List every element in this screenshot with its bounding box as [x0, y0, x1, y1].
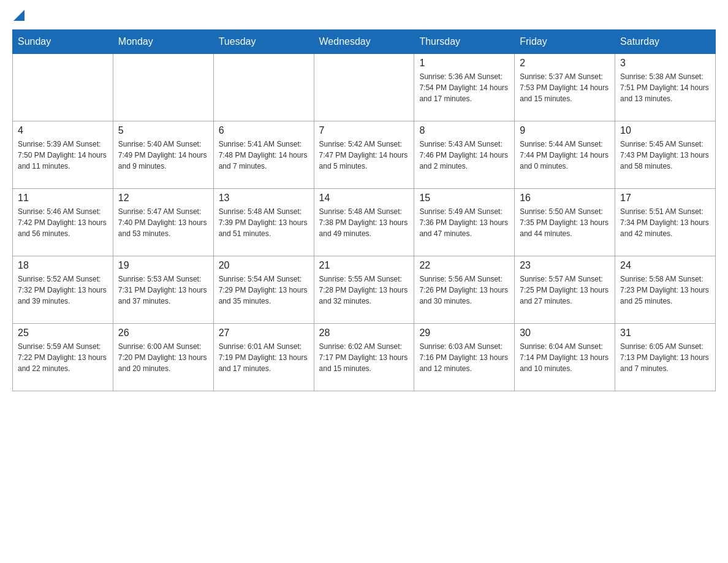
calendar-cell: 24Sunrise: 5:58 AM Sunset: 7:23 PM Dayli… [615, 256, 716, 324]
day-info: Sunrise: 5:50 AM Sunset: 7:35 PM Dayligh… [520, 206, 610, 239]
day-number: 5 [118, 125, 208, 136]
day-number: 6 [219, 125, 309, 136]
day-header-friday: Friday [515, 30, 615, 54]
day-info: Sunrise: 5:48 AM Sunset: 7:39 PM Dayligh… [219, 206, 309, 239]
day-header-saturday: Saturday [615, 30, 716, 54]
day-number: 17 [620, 193, 710, 204]
day-info: Sunrise: 5:57 AM Sunset: 7:25 PM Dayligh… [520, 274, 610, 307]
page-header [12, 12, 716, 23]
calendar-cell: 26Sunrise: 6:00 AM Sunset: 7:20 PM Dayli… [113, 324, 213, 391]
calendar-cell: 11Sunrise: 5:46 AM Sunset: 7:42 PM Dayli… [13, 189, 113, 256]
calendar-cell: 25Sunrise: 5:59 AM Sunset: 7:22 PM Dayli… [13, 324, 113, 391]
day-number: 10 [620, 125, 710, 136]
day-header-thursday: Thursday [414, 30, 515, 54]
day-number: 25 [18, 327, 108, 339]
calendar-cell [213, 54, 314, 121]
day-number: 29 [419, 327, 509, 339]
day-info: Sunrise: 5:40 AM Sunset: 7:49 PM Dayligh… [118, 139, 208, 172]
calendar-cell: 27Sunrise: 6:01 AM Sunset: 7:19 PM Dayli… [213, 324, 314, 391]
day-info: Sunrise: 5:48 AM Sunset: 7:38 PM Dayligh… [319, 206, 409, 239]
calendar-cell: 5Sunrise: 5:40 AM Sunset: 7:49 PM Daylig… [113, 121, 213, 189]
day-number: 14 [319, 193, 409, 204]
day-number: 23 [520, 260, 610, 271]
day-number: 28 [319, 327, 409, 339]
day-info: Sunrise: 5:37 AM Sunset: 7:53 PM Dayligh… [520, 71, 610, 104]
day-info: Sunrise: 5:56 AM Sunset: 7:26 PM Dayligh… [419, 274, 509, 307]
day-header-monday: Monday [113, 30, 213, 54]
day-number: 7 [319, 125, 409, 136]
calendar-cell [314, 54, 414, 121]
day-number: 2 [520, 58, 610, 69]
calendar-cell: 10Sunrise: 5:45 AM Sunset: 7:43 PM Dayli… [615, 121, 716, 189]
calendar-cell: 22Sunrise: 5:56 AM Sunset: 7:26 PM Dayli… [414, 256, 515, 324]
day-info: Sunrise: 6:01 AM Sunset: 7:19 PM Dayligh… [219, 341, 309, 374]
day-info: Sunrise: 5:42 AM Sunset: 7:47 PM Dayligh… [319, 139, 409, 172]
day-number: 24 [620, 260, 710, 271]
day-number: 3 [620, 58, 710, 69]
calendar-cell: 29Sunrise: 6:03 AM Sunset: 7:16 PM Dayli… [414, 324, 515, 391]
day-number: 8 [419, 125, 509, 136]
day-number: 9 [520, 125, 610, 136]
day-number: 11 [18, 193, 108, 204]
calendar-cell: 12Sunrise: 5:47 AM Sunset: 7:40 PM Dayli… [113, 189, 213, 256]
day-header-sunday: Sunday [13, 30, 113, 54]
day-info: Sunrise: 5:54 AM Sunset: 7:29 PM Dayligh… [219, 274, 309, 307]
day-info: Sunrise: 6:05 AM Sunset: 7:13 PM Dayligh… [620, 341, 710, 374]
day-info: Sunrise: 5:49 AM Sunset: 7:36 PM Dayligh… [419, 206, 509, 239]
day-info: Sunrise: 5:45 AM Sunset: 7:43 PM Dayligh… [620, 139, 710, 172]
calendar-cell: 28Sunrise: 6:02 AM Sunset: 7:17 PM Dayli… [314, 324, 414, 391]
day-info: Sunrise: 5:43 AM Sunset: 7:46 PM Dayligh… [419, 139, 509, 172]
day-header-wednesday: Wednesday [314, 30, 414, 54]
day-number: 15 [419, 193, 509, 204]
day-info: Sunrise: 5:53 AM Sunset: 7:31 PM Dayligh… [118, 274, 208, 307]
day-info: Sunrise: 5:47 AM Sunset: 7:40 PM Dayligh… [118, 206, 208, 239]
day-number: 4 [18, 125, 108, 136]
calendar-cell: 7Sunrise: 5:42 AM Sunset: 7:47 PM Daylig… [314, 121, 414, 189]
calendar-cell: 4Sunrise: 5:39 AM Sunset: 7:50 PM Daylig… [13, 121, 113, 189]
calendar-cell: 8Sunrise: 5:43 AM Sunset: 7:46 PM Daylig… [414, 121, 515, 189]
calendar-cell: 3Sunrise: 5:38 AM Sunset: 7:51 PM Daylig… [615, 54, 716, 121]
calendar-header-row: SundayMondayTuesdayWednesdayThursdayFrid… [13, 30, 716, 54]
day-number: 20 [219, 260, 309, 271]
calendar-cell: 15Sunrise: 5:49 AM Sunset: 7:36 PM Dayli… [414, 189, 515, 256]
day-number: 1 [419, 58, 509, 69]
day-info: Sunrise: 6:04 AM Sunset: 7:14 PM Dayligh… [520, 341, 610, 374]
logo [12, 12, 25, 23]
day-info: Sunrise: 5:36 AM Sunset: 7:54 PM Dayligh… [419, 71, 509, 104]
day-info: Sunrise: 5:41 AM Sunset: 7:48 PM Dayligh… [219, 139, 309, 172]
calendar-cell: 16Sunrise: 5:50 AM Sunset: 7:35 PM Dayli… [515, 189, 615, 256]
day-info: Sunrise: 6:00 AM Sunset: 7:20 PM Dayligh… [118, 341, 208, 374]
calendar-cell: 14Sunrise: 5:48 AM Sunset: 7:38 PM Dayli… [314, 189, 414, 256]
calendar-cell: 23Sunrise: 5:57 AM Sunset: 7:25 PM Dayli… [515, 256, 615, 324]
calendar-week-2: 4Sunrise: 5:39 AM Sunset: 7:50 PM Daylig… [13, 121, 716, 189]
day-info: Sunrise: 5:52 AM Sunset: 7:32 PM Dayligh… [18, 274, 108, 307]
day-info: Sunrise: 5:39 AM Sunset: 7:50 PM Dayligh… [18, 139, 108, 172]
calendar-week-3: 11Sunrise: 5:46 AM Sunset: 7:42 PM Dayli… [13, 189, 716, 256]
calendar-cell [13, 54, 113, 121]
calendar-cell: 31Sunrise: 6:05 AM Sunset: 7:13 PM Dayli… [615, 324, 716, 391]
logo-arrow-icon [13, 10, 25, 21]
day-number: 26 [118, 327, 208, 339]
day-info: Sunrise: 6:02 AM Sunset: 7:17 PM Dayligh… [319, 341, 409, 374]
day-info: Sunrise: 5:59 AM Sunset: 7:22 PM Dayligh… [18, 341, 108, 374]
calendar-cell: 30Sunrise: 6:04 AM Sunset: 7:14 PM Dayli… [515, 324, 615, 391]
calendar-cell [113, 54, 213, 121]
calendar-cell: 21Sunrise: 5:55 AM Sunset: 7:28 PM Dayli… [314, 256, 414, 324]
day-number: 27 [219, 327, 309, 339]
day-number: 21 [319, 260, 409, 271]
day-number: 30 [520, 327, 610, 339]
calendar-cell: 20Sunrise: 5:54 AM Sunset: 7:29 PM Dayli… [213, 256, 314, 324]
day-info: Sunrise: 5:38 AM Sunset: 7:51 PM Dayligh… [620, 71, 710, 104]
day-info: Sunrise: 5:44 AM Sunset: 7:44 PM Dayligh… [520, 139, 610, 172]
day-number: 18 [18, 260, 108, 271]
calendar-cell: 2Sunrise: 5:37 AM Sunset: 7:53 PM Daylig… [515, 54, 615, 121]
calendar-cell: 19Sunrise: 5:53 AM Sunset: 7:31 PM Dayli… [113, 256, 213, 324]
calendar-cell: 9Sunrise: 5:44 AM Sunset: 7:44 PM Daylig… [515, 121, 615, 189]
day-info: Sunrise: 5:46 AM Sunset: 7:42 PM Dayligh… [18, 206, 108, 239]
day-header-tuesday: Tuesday [213, 30, 314, 54]
calendar-week-4: 18Sunrise: 5:52 AM Sunset: 7:32 PM Dayli… [13, 256, 716, 324]
day-number: 19 [118, 260, 208, 271]
day-info: Sunrise: 5:51 AM Sunset: 7:34 PM Dayligh… [620, 206, 710, 239]
calendar-cell: 13Sunrise: 5:48 AM Sunset: 7:39 PM Dayli… [213, 189, 314, 256]
calendar-week-5: 25Sunrise: 5:59 AM Sunset: 7:22 PM Dayli… [13, 324, 716, 391]
